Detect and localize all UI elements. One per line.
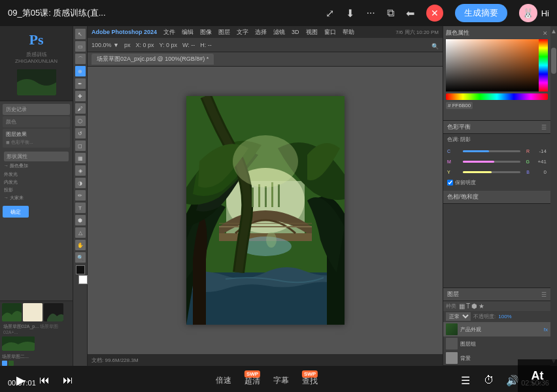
panel-item-2[interactable]: 颜色	[3, 116, 70, 127]
layer-name-2: 图层组	[460, 340, 476, 348]
speed-label[interactable]: 倍速	[211, 375, 237, 386]
time-current: 00:37:01	[0, 379, 36, 387]
menu-select[interactable]: 选择	[255, 28, 267, 37]
slider-label-b: B	[523, 170, 530, 174]
ps-logo-text: 质感训练ZHIGANXUNLIAN	[15, 51, 58, 64]
tool-blur[interactable]: ◈	[75, 165, 86, 176]
svg-rect-14	[252, 188, 254, 207]
slider-label-cr: C	[447, 149, 460, 154]
panel-item-3[interactable]: 图层效果 ◼ 色彩平衡...	[3, 129, 70, 148]
menu-button[interactable]: ☰	[455, 370, 476, 391]
foreground-color[interactable]	[76, 265, 85, 274]
ps-logo: Ps	[29, 31, 44, 48]
filter-path[interactable]: ⬢	[471, 302, 477, 310]
background-color[interactable]	[78, 275, 88, 284]
ps-tab[interactable]: 场景草图02A_pxjc.psd @ 100%(RGB/8#) *	[92, 54, 214, 65]
tool-stamp[interactable]: ⬡	[75, 116, 86, 126]
tool-zoom[interactable]: 🔍	[75, 252, 86, 263]
preserve-label[interactable]: 保留明度	[447, 179, 547, 186]
slider-track-mg[interactable]	[463, 161, 520, 163]
color-panel-close[interactable]: ✕	[543, 30, 548, 37]
tool-hand[interactable]: ✋	[75, 240, 86, 250]
quality-label[interactable]: 超清	[239, 376, 265, 385]
preserve-checkbox[interactable]	[447, 180, 453, 186]
panel-item-1[interactable]: 历史记录	[3, 104, 70, 115]
video-area: Ps 质感训练ZHIGANXUNLIAN 历史记录 颜色 图层效果 ◼ 色彩平衡…	[0, 26, 557, 366]
download-icon[interactable]: ⬇	[346, 7, 354, 20]
at-overlay: At	[518, 359, 557, 392]
scrollbar-thumb[interactable]	[551, 48, 556, 74]
tool-brush[interactable]: 🖌	[75, 103, 86, 114]
tool-heal[interactable]: ✚	[75, 91, 86, 101]
find-container: SWP 查找	[297, 374, 323, 387]
menu-edit[interactable]: 编辑	[182, 28, 194, 37]
opacity-label: 不透明度:	[473, 313, 496, 320]
tool-move[interactable]: ↖	[75, 29, 86, 39]
close-button[interactable]: ✕	[426, 5, 443, 22]
hex-value[interactable]: # FF6B00	[446, 102, 473, 109]
tool-history[interactable]: ↺	[75, 128, 86, 139]
filter-effect[interactable]: ★	[479, 302, 484, 310]
time-button[interactable]: ⏱	[479, 370, 499, 391]
slider-track-cr[interactable]	[463, 150, 520, 152]
tool-select[interactable]: ▭	[75, 41, 86, 52]
next-button[interactable]: ⏭	[58, 370, 78, 391]
ps-right-options: 🔍	[431, 39, 439, 51]
layer-item-2[interactable]: 图层组	[443, 336, 550, 351]
ps-time: 7/6 周六 10:20 PM	[396, 29, 439, 36]
tool-gradient[interactable]: ▦	[75, 153, 86, 163]
thumbnail-1[interactable]	[2, 303, 22, 321]
more-icon[interactable]: ···	[366, 7, 375, 19]
slider-label-r: R	[523, 149, 530, 154]
filter-text[interactable]: T	[466, 302, 470, 310]
menu-layer[interactable]: 图层	[218, 28, 230, 37]
tool-crop[interactable]: ⊕	[75, 66, 86, 76]
thumbnail-3[interactable]	[44, 303, 63, 321]
slider-value-mg: +41	[532, 159, 547, 165]
slider-value-cr: -14	[532, 148, 547, 154]
layer-item-1[interactable]: 产品外观 fx	[443, 322, 550, 336]
share-icon[interactable]: ⤢	[326, 7, 334, 20]
menu-3d[interactable]: 3D	[292, 29, 299, 35]
tool-dodge[interactable]: ◑	[75, 178, 86, 188]
thumbnail-2[interactable]	[23, 303, 42, 321]
filter-pixel[interactable]: ▦	[459, 302, 465, 310]
opt-search[interactable]: 🔍	[431, 43, 439, 50]
color-gradient-square[interactable]	[446, 39, 548, 91]
prev-button[interactable]: ⏮	[34, 370, 55, 391]
layers-menu[interactable]: ☰	[541, 291, 547, 298]
tool-eyedrop[interactable]: ✒	[75, 78, 86, 89]
confirm-btn[interactable]: 确定	[3, 206, 29, 218]
tool-text[interactable]: T	[75, 203, 86, 213]
tool-eraser[interactable]: ◻	[75, 140, 86, 151]
adjust-panel2-title: 色相/饱和度	[447, 193, 479, 201]
opacity-value[interactable]: 100%	[498, 314, 511, 319]
menu-file[interactable]: 文件	[163, 28, 175, 37]
ps-canvas-area: Adobe Photoshop 2024 文件 编辑 图像 图层 文字 选择 滤…	[88, 26, 443, 366]
menu-window[interactable]: 窗口	[324, 28, 336, 37]
find-label[interactable]: 查找	[297, 376, 323, 385]
menu-filter[interactable]: 滤镜	[273, 28, 285, 37]
adjust-menu-icon[interactable]: ☰	[541, 124, 547, 131]
tool-path[interactable]: ⬢	[75, 215, 86, 225]
hue-strip[interactable]	[446, 93, 548, 100]
menu-view[interactable]: 视图	[306, 28, 318, 37]
tool-lasso[interactable]: ⌒	[75, 54, 86, 64]
ps-status-bar: 文档: 99.6M/228.3M	[88, 354, 443, 366]
menu-image[interactable]: 图像	[200, 28, 212, 37]
tool-shape[interactable]: △	[75, 227, 86, 238]
menu-help[interactable]: 帮助	[343, 28, 354, 37]
blend-mode-select[interactable]: 正常	[446, 312, 471, 321]
slider-track-yb[interactable]	[463, 171, 520, 173]
back-icon[interactable]: ⬅	[406, 7, 414, 20]
thumbnail-bottom	[2, 336, 35, 351]
subtitle-label[interactable]: 字幕	[268, 375, 294, 386]
user-avatar-area: 🐰 Hi	[519, 4, 549, 22]
slider-label-y: Y	[447, 170, 460, 174]
menu-type[interactable]: 文字	[237, 28, 248, 37]
generate-summary-button[interactable]: 生成摘要	[455, 4, 507, 22]
avatar[interactable]: 🐰	[519, 4, 537, 22]
pip-icon[interactable]: ⧉	[387, 7, 394, 19]
scroll-up-icon[interactable]: ▲	[550, 27, 557, 35]
tool-pen[interactable]: ✏	[75, 190, 86, 201]
